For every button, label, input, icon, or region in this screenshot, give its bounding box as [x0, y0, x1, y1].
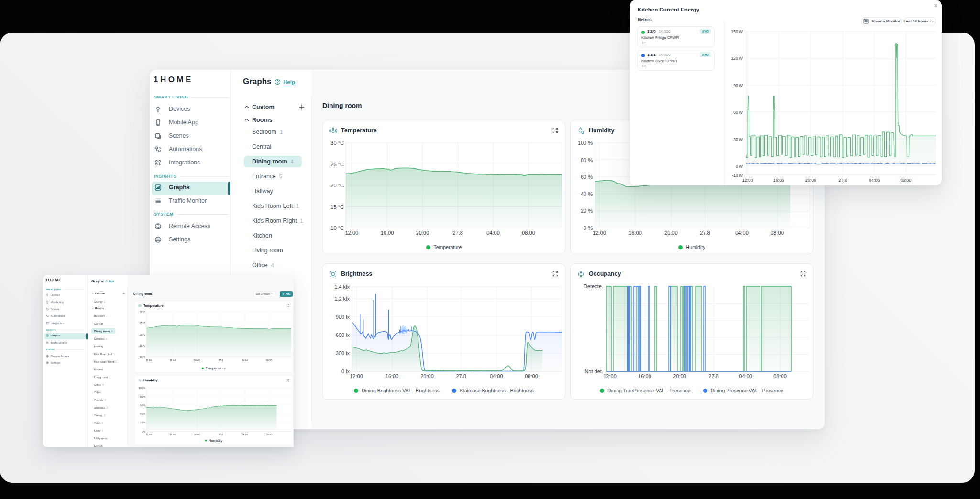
- svg-text:04:00: 04:00: [486, 230, 500, 236]
- svg-text:16:00: 16:00: [381, 230, 394, 236]
- svg-text:08:00: 08:00: [522, 230, 535, 236]
- svg-text:40 %: 40 %: [581, 191, 593, 197]
- svg-text:12:00: 12:00: [350, 373, 363, 379]
- svg-text:100 %: 100 %: [578, 140, 593, 146]
- svg-text:08:00: 08:00: [773, 373, 787, 379]
- svg-text:12:00: 12:00: [742, 178, 753, 183]
- svg-text:10 °C: 10 °C: [140, 356, 146, 358]
- svg-text:30 °C: 30 °C: [330, 140, 344, 146]
- svg-text:08:00: 08:00: [901, 178, 912, 183]
- svg-text:20:00: 20:00: [664, 230, 678, 236]
- svg-text:04:00: 04:00: [735, 230, 749, 236]
- svg-text:0 %: 0 %: [142, 430, 146, 433]
- svg-text:120 W: 120 W: [731, 56, 743, 61]
- svg-text:20:00: 20:00: [416, 230, 429, 236]
- svg-text:08:00: 08:00: [771, 230, 784, 236]
- svg-text:16:00: 16:00: [170, 359, 176, 362]
- svg-text:20 °C: 20 °C: [330, 183, 344, 188]
- svg-text:12:00: 12:00: [593, 230, 606, 236]
- svg-text:04:00: 04:00: [739, 373, 752, 379]
- svg-text:30 °C: 30 °C: [140, 311, 146, 314]
- svg-text:20:00: 20:00: [420, 373, 434, 379]
- svg-text:0 lx: 0 lx: [341, 369, 350, 374]
- svg-text:27.8: 27.8: [700, 230, 710, 236]
- svg-text:60 %: 60 %: [581, 174, 593, 180]
- svg-text:08:00: 08:00: [266, 359, 272, 362]
- svg-text:900 lx: 900 lx: [336, 314, 350, 320]
- svg-text:04:00: 04:00: [869, 178, 880, 183]
- svg-text:15 °C: 15 °C: [140, 344, 146, 347]
- svg-text:20:00: 20:00: [194, 359, 200, 362]
- svg-text:60 W: 60 W: [733, 110, 743, 115]
- svg-text:25 °C: 25 °C: [330, 162, 344, 167]
- svg-text:300 lx: 300 lx: [336, 350, 350, 356]
- svg-text:04:00: 04:00: [242, 359, 248, 362]
- svg-text:80 %: 80 %: [140, 395, 146, 398]
- svg-text:15 °C: 15 °C: [330, 204, 344, 210]
- svg-text:27.8: 27.8: [453, 230, 463, 236]
- svg-text:150 W: 150 W: [731, 29, 743, 34]
- svg-text:10 °C: 10 °C: [330, 225, 344, 231]
- svg-text:600 lx: 600 lx: [336, 332, 350, 338]
- svg-text:20 °C: 20 °C: [140, 333, 146, 336]
- svg-text:20:00: 20:00: [805, 178, 816, 183]
- svg-text:80 %: 80 %: [581, 157, 593, 163]
- svg-text:27.8: 27.8: [219, 359, 223, 362]
- svg-text:20:00: 20:00: [194, 433, 200, 436]
- svg-text:12:00: 12:00: [146, 433, 152, 436]
- svg-text:40 %: 40 %: [140, 412, 146, 415]
- svg-text:27.8: 27.8: [708, 373, 718, 379]
- svg-text:30 W: 30 W: [733, 137, 743, 142]
- svg-text:90 W: 90 W: [733, 83, 743, 88]
- svg-text:27.8: 27.8: [838, 178, 847, 183]
- svg-text:16:00: 16:00: [638, 373, 651, 379]
- svg-text:27.8: 27.8: [219, 433, 223, 436]
- svg-text:12:00: 12:00: [146, 359, 152, 362]
- svg-text:20:00: 20:00: [673, 373, 686, 379]
- svg-text:04:00: 04:00: [242, 433, 248, 436]
- svg-text:16:00: 16:00: [773, 178, 784, 183]
- svg-text:20 %: 20 %: [140, 421, 146, 424]
- svg-text:0 %: 0 %: [584, 225, 593, 231]
- svg-text:20 %: 20 %: [581, 208, 593, 214]
- svg-text:1.4 klx: 1.4 klx: [334, 284, 350, 290]
- svg-text:Not det..: Not det..: [584, 369, 605, 374]
- svg-text:08:00: 08:00: [266, 433, 272, 436]
- svg-text:100 %: 100 %: [139, 387, 146, 390]
- svg-text:16:00: 16:00: [628, 230, 642, 236]
- svg-text:Detecte..: Detecte..: [584, 283, 605, 289]
- svg-text:-10 W: -10 W: [732, 173, 743, 178]
- svg-text:12:00: 12:00: [603, 373, 617, 379]
- svg-text:0 W: 0 W: [736, 164, 743, 169]
- svg-text:16:00: 16:00: [170, 433, 176, 436]
- svg-text:60 %: 60 %: [140, 404, 146, 407]
- svg-text:12:00: 12:00: [345, 230, 359, 236]
- svg-text:1.2 klx: 1.2 klx: [334, 296, 350, 302]
- svg-text:27.8: 27.8: [456, 373, 466, 379]
- svg-text:16:00: 16:00: [385, 373, 399, 379]
- svg-text:08:00: 08:00: [525, 373, 538, 379]
- svg-text:25 °C: 25 °C: [140, 322, 146, 325]
- svg-text:04:00: 04:00: [490, 373, 503, 379]
